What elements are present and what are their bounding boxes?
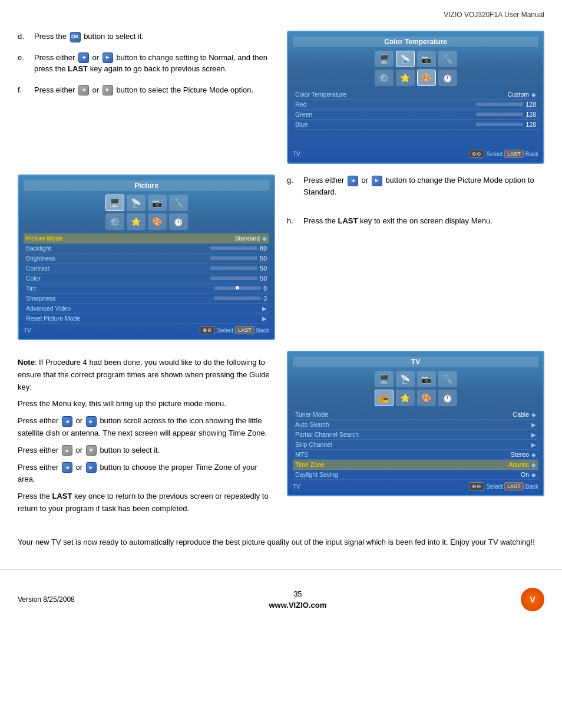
page-number: 35	[75, 589, 521, 598]
pic-icon-1: 🖥️	[105, 195, 124, 211]
ct-bar-green: 128	[476, 111, 536, 118]
color-temp-menu: Color Temperature 🖥️ 📡 📷 🔧 ⚙️ ⭐ 🎨 ⏱️	[287, 31, 544, 164]
pic-bar-tint: 0	[214, 285, 267, 292]
pic-arrow-reset: ▶	[262, 315, 267, 322]
tv-last-btn: LAST	[504, 482, 524, 490]
tv-label-mts: MTS	[295, 451, 308, 458]
right-btn-icon-e1: ►	[103, 52, 113, 63]
pic-label-mode: Picture Mode	[26, 235, 62, 242]
pic-row-contrast: Contrast 50	[24, 263, 269, 274]
pic-bar-sharpness: 3	[214, 295, 267, 302]
ct-footer-btns: ⊕⊖ Select LAST Back	[469, 150, 538, 158]
tv-value-daylight: On ◆	[521, 471, 536, 478]
icon-gear: ⚙️	[375, 70, 394, 86]
page-footer: Version 8/25/2008 35 www.VIZIO.com V	[0, 582, 562, 617]
manual-title: VIZIO VOJ320F1A User Manual	[444, 11, 544, 19]
tv-footer-btns: ⊕⊖ Select LAST Back	[469, 482, 538, 490]
vizio-logo: V	[521, 588, 544, 611]
tv-select-btn: ⊕⊖	[469, 482, 484, 490]
label-h: h.	[287, 215, 297, 227]
top-two-col: d. Press the OK button to select it. e. …	[18, 31, 544, 164]
color-temp-icons-row1: 🖥️ 📡 📷 🔧	[293, 51, 538, 67]
pic-footer-btns: ⊕⊖ Select LAST Back	[200, 326, 269, 334]
pic-icon-7: 🎨	[148, 213, 167, 230]
ct-val-green: 128	[525, 111, 536, 118]
instruction-g: g. Press either ◄ or ► button to change …	[287, 174, 544, 197]
instruction-d: d. Press the OK button to select it.	[18, 31, 275, 42]
tv-menu-col: TV 🖥️ 📡 📷 🔧 📻 ⭐ 🎨 ⏱️ Tuner Mode Cable	[287, 351, 544, 526]
ct-value-colortemp: Custom ◆	[508, 91, 536, 98]
footer-center: 35 www.VIZIO.com	[75, 589, 521, 610]
pic-label-contrast: Contrast	[26, 265, 49, 272]
tv-select-label: Select	[486, 483, 503, 490]
ct-label-green: Green	[295, 111, 312, 118]
icon-palette: 🎨	[417, 70, 436, 86]
tv-label-tuner: Tuner Mode	[295, 411, 328, 418]
picture-menu: Picture 🖥️ 📡 📷 🔧 ⚙️ ⭐ 🎨 ⏱️ Picture Mode	[18, 174, 275, 340]
pic-icon-2: 📡	[127, 195, 146, 211]
pic-row-mode: Picture Mode Standard ◆	[24, 233, 269, 243]
color-temp-menu-col: Color Temperature 🖥️ 📡 📷 🔧 ⚙️ ⭐ 🎨 ⏱️	[287, 31, 544, 164]
left-btn-icon-e1: ◄	[78, 52, 89, 63]
instruction-e: e. Press either ◄ or ► button to change …	[18, 52, 275, 75]
pic-val-tint: 0	[263, 285, 267, 292]
right-btn-note2: ►	[86, 462, 97, 473]
tint-dot	[236, 286, 239, 289]
pic-select-btn: ⊕⊖	[200, 326, 215, 334]
tv-row-partial: Partial Channel Search ▶	[293, 430, 538, 440]
bottom-text1: Your new TV set is now ready to automati…	[18, 536, 544, 549]
ct-label-blue: Blue	[295, 121, 308, 128]
tv-row-daylight: Daylight Saving On ◆	[293, 470, 538, 480]
tv-menu: TV 🖥️ 📡 📷 🔧 📻 ⭐ 🎨 ⏱️ Tuner Mode Cable	[287, 351, 544, 496]
tv-label-timezone: Time Zone	[295, 461, 325, 468]
pic-val-color: 50	[260, 275, 267, 282]
icon-settings: 🔧	[438, 51, 457, 67]
tv-row-tuner: Tuner Mode Cable ◆	[293, 410, 538, 420]
color-temp-title: Color Temperature	[293, 37, 538, 47]
left-btn-note1: ◄	[62, 416, 72, 427]
pic-bar-color-bg	[210, 276, 257, 280]
tv-row-skip: Skip Channel ▶	[293, 440, 538, 450]
tv-row-auto: Auto Search ▶	[293, 420, 538, 430]
ct-bar-blue: 128	[476, 121, 536, 128]
pic-val-brightness: 50	[260, 255, 267, 262]
ct-select-label: Select	[486, 151, 503, 157]
ok-btn-icon: OK	[70, 32, 81, 42]
left-btn-g1: ◄	[348, 176, 358, 186]
label-e: e.	[18, 52, 28, 75]
icon-satellite: 📡	[396, 51, 415, 67]
ct-row-green: Green 128	[293, 110, 538, 120]
ct-footer-tv: TV	[293, 151, 300, 157]
ct-bar-blue-bg	[476, 123, 523, 126]
picture-menu-col: Picture 🖥️ 📡 📷 🔧 ⚙️ ⭐ 🎨 ⏱️ Picture Mode	[18, 174, 275, 340]
tv-icon-8: ⏱️	[438, 390, 457, 406]
pic-bar-backlight: 80	[210, 245, 267, 252]
tv-row-mts: MTS Stereo ◆	[293, 450, 538, 460]
pic-label-color: Color	[26, 275, 41, 282]
left-btn-note2: ◄	[62, 462, 72, 473]
tv-icon-1: 🖥️	[375, 371, 394, 387]
icon-star: ⭐	[396, 70, 415, 86]
pic-label-brightness: Brightness	[26, 255, 55, 262]
tv-label-daylight: Daylight Saving	[295, 471, 338, 478]
bottom-section: Your new TV set is now ready to automati…	[18, 536, 544, 549]
tv-menu-footer: TV ⊕⊖ Select LAST Back	[293, 482, 538, 490]
tv-icon-3: 📷	[417, 371, 436, 387]
pic-row-color: Color 50	[24, 274, 269, 284]
color-temp-icons-row2: ⚙️ ⭐ 🎨 ⏱️	[293, 70, 538, 86]
right-btn-g1: ►	[372, 176, 382, 186]
pic-bar-contrast-bg	[210, 266, 257, 270]
mid-two-col: Picture 🖥️ 📡 📷 🔧 ⚙️ ⭐ 🎨 ⏱️ Picture Mode	[18, 174, 544, 340]
tv-label-auto: Auto Search	[295, 421, 329, 428]
tv-footer-tv: TV	[293, 483, 300, 490]
website: www.VIZIO.com	[75, 601, 521, 610]
tv-icon-5: 📻	[375, 390, 394, 406]
pic-footer-tv: TV	[24, 327, 31, 334]
instruction-f: f. Press either ◄ or ► button to select …	[18, 84, 275, 96]
pic-label-backlight: Backlight	[26, 245, 51, 252]
pic-row-tint: Tint 0	[24, 284, 269, 294]
pic-bar-brightness: 50	[210, 255, 267, 262]
pic-bar-tint-bg	[214, 286, 261, 290]
tv-icons-row1: 🖥️ 📡 📷 🔧	[293, 371, 538, 387]
pic-value-mode: Standard ◆	[234, 235, 267, 242]
